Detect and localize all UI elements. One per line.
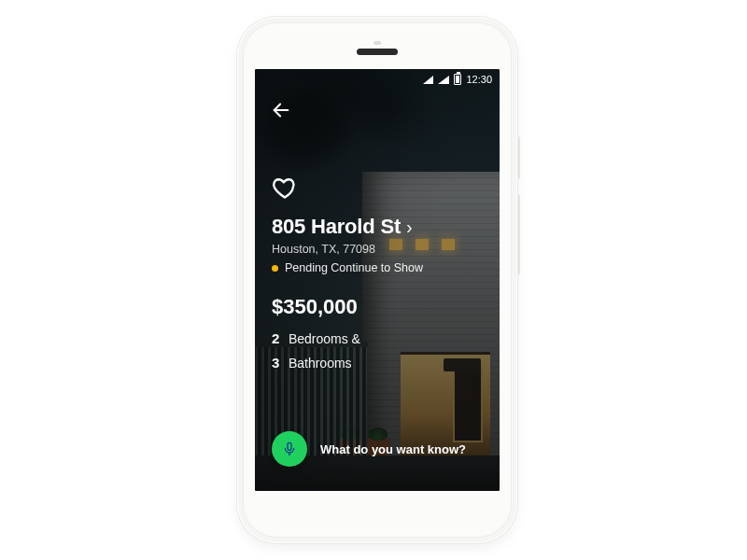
cell-signal-icon (438, 76, 449, 84)
proximity-sensor (374, 41, 381, 45)
address-line1: 805 Harold St (272, 215, 401, 239)
status-bar: 12:30 (255, 69, 500, 90)
price: $350,000 (272, 295, 483, 319)
bedrooms-label: Bedrooms & (289, 331, 360, 346)
earpiece (357, 49, 398, 55)
back-button[interactable] (268, 97, 294, 123)
status-dot-icon (272, 265, 278, 272)
arrow-left-icon (271, 100, 291, 120)
heart-icon (272, 175, 298, 201)
wifi-icon (423, 76, 433, 84)
address-line2: Houston, TX, 77098 (272, 243, 483, 256)
address-row[interactable]: 805 Harold St › (272, 215, 483, 239)
bathrooms-label: Bathrooms (289, 356, 352, 371)
listing-content: 805 Harold St › Houston, TX, 77098 Pendi… (272, 174, 483, 376)
voice-prompt-text: What do you want know? (320, 442, 466, 456)
voice-prompt: What do you want know? (272, 431, 483, 467)
status-text: Pending Continue to Show (285, 261, 423, 274)
status-time: 12:30 (466, 74, 492, 85)
phone-frame: 12:30 805 Harold St › (237, 17, 517, 543)
chevron-right-icon: › (406, 217, 413, 236)
voice-button[interactable] (272, 431, 307, 467)
favorite-button[interactable] (272, 174, 300, 202)
screen: 12:30 805 Harold St › (255, 69, 500, 491)
microphone-icon (282, 441, 297, 456)
bathrooms-count: 3 (272, 351, 285, 375)
svg-rect-1 (288, 442, 291, 450)
battery-icon (454, 74, 461, 85)
power-button[interactable] (517, 136, 520, 179)
rooms-summary: 2 Bedrooms & 3 Bathrooms (272, 327, 483, 376)
bedrooms-count: 2 (272, 327, 285, 351)
listing-status: Pending Continue to Show (272, 261, 483, 274)
phone-bezel: 12:30 805 Harold St › (243, 22, 512, 538)
volume-button[interactable] (517, 194, 520, 274)
